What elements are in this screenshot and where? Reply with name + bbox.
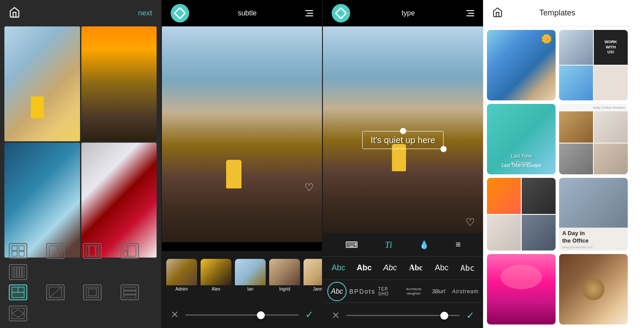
svg-rect-3: [19, 251, 24, 256]
diamond-icon: [174, 7, 186, 19]
font-abc-bold-serif[interactable]: Abc: [405, 263, 427, 273]
day-in-office-website: www.yourwebsite.com: [559, 245, 628, 251]
layout-center-big[interactable]: [83, 243, 102, 259]
filter-ingrid[interactable]: Ingrid: [269, 259, 300, 294]
layout-diamond-frame[interactable]: [9, 306, 27, 321]
align-tool[interactable]: ≡: [456, 240, 461, 250]
layout-right-big[interactable]: [121, 243, 139, 259]
filter-ingrid-photo: [269, 259, 300, 285]
photo-cell-4[interactable]: [81, 143, 157, 258]
text-overlay[interactable]: It's quiet up here: [362, 131, 443, 149]
filter-strip: Adnim Alex Ian Ingrid Janne: [162, 251, 322, 302]
home-button[interactable]: [9, 7, 20, 20]
template-card-5[interactable]: [487, 178, 556, 251]
cancel-button[interactable]: ✕: [171, 309, 179, 321]
color-tool[interactable]: 💧: [419, 240, 429, 250]
screen2-heart[interactable]: ♡: [304, 181, 314, 194]
svg-rect-9: [96, 246, 99, 256]
filter-ian[interactable]: Ian: [235, 259, 266, 294]
template-card-1[interactable]: [487, 30, 556, 100]
screen3-slider[interactable]: [346, 315, 460, 316]
font-selector-row2: Abc BPDots TER SHO Architectsdaughter 3B…: [323, 280, 483, 303]
layout-frame[interactable]: [83, 284, 102, 300]
template-card-2[interactable]: WORKWITHUS!: [559, 30, 628, 100]
office-photo1: [487, 178, 521, 214]
svg-rect-6: [58, 251, 62, 256]
confirm-button[interactable]: ✓: [305, 309, 313, 321]
svg-rect-0: [12, 246, 17, 251]
font-style-tool[interactable]: Ti: [385, 239, 392, 251]
font-3burl[interactable]: 3Burl: [428, 288, 450, 295]
filter-slider[interactable]: [185, 314, 299, 316]
europe-text: Last Timein Europe: [511, 153, 532, 166]
coffee-grid: [559, 111, 628, 174]
svg-rect-1: [19, 246, 24, 251]
svg-rect-12: [128, 246, 136, 256]
layout-2x2[interactable]: [9, 243, 27, 259]
adjust-button[interactable]: [305, 10, 313, 16]
filter-alex[interactable]: Alex: [201, 259, 231, 294]
layout-rows[interactable]: [121, 284, 139, 300]
type-toolbar: ⌨ Ti 💧 ≡: [323, 233, 483, 256]
filter-janne-label: Janne: [304, 285, 322, 291]
screen3-adjust-button[interactable]: [466, 10, 474, 16]
screen3-bottom: ✕ ✓: [323, 302, 483, 328]
layout-left-big[interactable]: [46, 243, 65, 259]
diamond-button[interactable]: [171, 4, 189, 22]
svg-rect-10: [124, 246, 127, 251]
font-tersho[interactable]: TER SHO: [378, 287, 400, 296]
tpl2-text: WORKWITHUS!: [594, 30, 628, 65]
screen3-diamond-button[interactable]: [332, 4, 350, 22]
filter-alex-label: Alex: [201, 285, 231, 291]
svg-rect-16: [20, 267, 22, 277]
template-card-4[interactable]: Daily Coffee Routine: [559, 104, 628, 174]
template-card-7[interactable]: [487, 254, 556, 324]
keyboard-tool[interactable]: ⌨: [345, 240, 358, 250]
coffee-label: Daily Coffee Routine: [559, 104, 628, 111]
day-in-office-title: A Day inthe Office: [559, 228, 628, 245]
screen3-topbar: type: [323, 0, 483, 26]
next-button[interactable]: next: [138, 9, 152, 18]
svg-line-22: [49, 287, 62, 298]
font-abc-mono[interactable]: Abc: [456, 263, 479, 273]
photo-cell-1[interactable]: [4, 26, 80, 141]
svg-rect-4: [49, 246, 57, 256]
font-bpdots[interactable]: BPDots: [349, 288, 375, 295]
font-abc-light[interactable]: Abc: [431, 263, 453, 273]
drag-handle-top[interactable]: [400, 128, 406, 134]
template-card-6[interactable]: A Day inthe Office www.yourwebsite.com: [559, 178, 628, 251]
screen-1: next ♡: [0, 0, 161, 328]
font-airstream[interactable]: Airstream: [452, 288, 479, 295]
svg-marker-29: [12, 310, 24, 317]
templates-home-button[interactable]: [492, 7, 503, 19]
layout-diagonal[interactable]: [46, 284, 65, 300]
filter-ian-label: Ian: [235, 285, 266, 291]
filter-janne-photo: [304, 259, 322, 285]
svg-rect-24: [88, 289, 96, 296]
filter-janne[interactable]: Janne: [304, 259, 322, 294]
photo-cell-2[interactable]: [81, 26, 157, 141]
screen2-main-photo: ♡: [162, 26, 322, 251]
coffee-photo2: [594, 111, 628, 143]
font-abc-teal[interactable]: Abc: [327, 263, 350, 273]
font-circle-abc[interactable]: Abc: [327, 282, 347, 301]
svg-rect-15: [17, 267, 19, 277]
photo-cell-3[interactable]: [4, 143, 80, 258]
font-abc-italic[interactable]: Abc: [379, 263, 401, 273]
filter-adnim[interactable]: Adnim: [166, 259, 197, 294]
template-card-3[interactable]: Last Timein Europe: [487, 104, 556, 174]
svg-rect-25: [124, 287, 136, 290]
layout-strips[interactable]: [9, 264, 27, 280]
screen3-cancel[interactable]: ✕: [332, 310, 340, 321]
template-card-8[interactable]: [559, 254, 628, 324]
screen3-heart[interactable]: ♡: [465, 216, 475, 228]
screen3-confirm[interactable]: ✓: [466, 310, 474, 321]
svg-rect-7: [89, 246, 95, 256]
screen3-diamond-icon: [335, 7, 347, 19]
layout-selected[interactable]: [9, 284, 27, 300]
office-photo4: [522, 215, 556, 251]
font-architects[interactable]: Architectsdaughter: [403, 287, 425, 295]
font-abc-bold[interactable]: Abc: [353, 263, 376, 273]
screen-2: subtle ♡ Adnim Alex Ian Ingrid Janne: [161, 0, 322, 328]
layout-picker: ♡: [0, 258, 161, 328]
